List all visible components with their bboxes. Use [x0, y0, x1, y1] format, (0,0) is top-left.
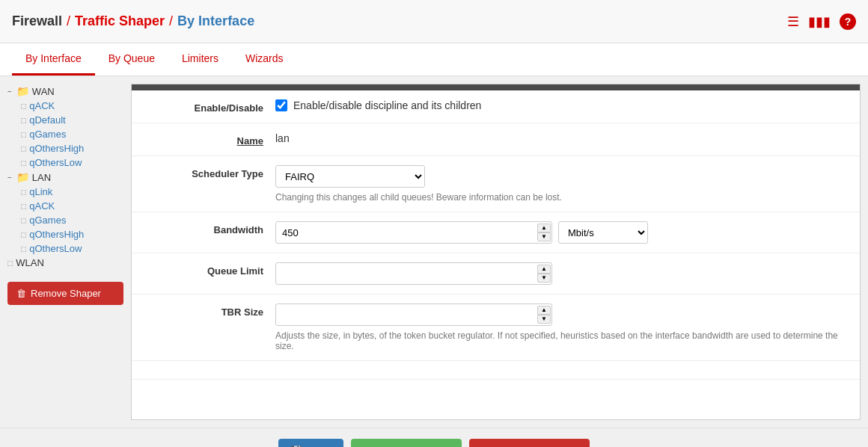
- tbr-decrement[interactable]: ▼: [537, 315, 551, 324]
- form-row-tbr: TBR Size ▲ ▼ Adjusts the size, in bytes,…: [132, 295, 860, 361]
- tab-by-queue[interactable]: By Queue: [95, 43, 168, 75]
- tree-item-qdefault-wan[interactable]: □ qDefault: [21, 113, 123, 127]
- queue-limit-spinner: ▲ ▼: [275, 262, 552, 285]
- scheduler-row: FAIRQ HFSC PRIQ CBQ: [275, 165, 848, 188]
- tbr-increment[interactable]: ▲: [537, 306, 551, 315]
- tree-qothershigh-wan-label: qOthersHigh: [29, 143, 84, 154]
- name-label: Name: [144, 132, 263, 147]
- file-icon-wlan: □: [7, 258, 13, 268]
- tree-item-lan-group: − 📁 LAN □ qLink □ qACK □ qGames: [7, 170, 123, 256]
- tree-lan-children: □ qLink □ qACK □ qGames □ qOthersHigh: [7, 185, 123, 256]
- enable-checkbox-row: Enable/disable discipline and its childr…: [275, 99, 848, 111]
- chart-icon[interactable]: ▮▮▮: [808, 13, 831, 30]
- tree-qotherslow-wan-label: qOthersLow: [29, 157, 82, 168]
- tree-toggle-wan[interactable]: −: [7, 87, 12, 96]
- bandwidth-row: ▲ ▼ Bit/s Kbit/s Mbit/s Gbit/s: [275, 221, 848, 244]
- tbr-input[interactable]: [275, 303, 552, 326]
- tab-bar: By Interface By Queue Limiters Wizards: [0, 43, 868, 76]
- file-icon: □: [21, 244, 26, 254]
- form-body: Enable/Disable Enable/disable discipline…: [132, 90, 860, 380]
- tree-item-qgames-lan[interactable]: □ qGames: [21, 213, 123, 227]
- file-icon: □: [21, 129, 26, 140]
- tab-limiters[interactable]: Limiters: [168, 43, 232, 75]
- file-icon: □: [21, 201, 26, 212]
- save-button[interactable]: 💾 Save: [278, 439, 343, 447]
- queue-limit-spinner-btns: ▲ ▼: [537, 265, 551, 283]
- name-value: lan: [275, 132, 848, 144]
- remove-shaper-button[interactable]: 🗑 Remove Shaper: [7, 282, 123, 305]
- tree-qlink-lan-label: qLink: [29, 186, 52, 197]
- file-icon: □: [21, 229, 26, 240]
- tree-item-qotherslow-lan[interactable]: □ qOthersLow: [21, 241, 123, 256]
- tree-wan-label: WAN: [32, 86, 55, 97]
- tree-item-wan[interactable]: − 📁 WAN: [7, 84, 123, 99]
- file-icon: □: [21, 115, 26, 126]
- form-header-bar: [132, 84, 860, 90]
- breadcrumb-by-interface[interactable]: By Interface: [177, 13, 254, 29]
- bandwidth-label: Bandwidth: [144, 221, 263, 235]
- bandwidth-controls: ▲ ▼ Bit/s Kbit/s Mbit/s Gbit/s: [275, 221, 848, 244]
- tree-item-qothershigh-wan[interactable]: □ qOthersHigh: [21, 141, 123, 155]
- tree-item-lan[interactable]: − 📁 LAN: [7, 170, 123, 185]
- tbr-label: TBR Size: [144, 303, 263, 318]
- breadcrumb-traffic-shaper[interactable]: Traffic Shaper: [75, 13, 165, 29]
- tree-item-qack-lan[interactable]: □ qACK: [21, 199, 123, 213]
- queue-limit-label: Queue Limit: [144, 262, 263, 277]
- file-icon: □: [21, 187, 26, 197]
- bandwidth-input[interactable]: [275, 221, 552, 244]
- bandwidth-decrement[interactable]: ▼: [537, 232, 551, 241]
- enable-label: Enable/Disable: [144, 99, 263, 114]
- form-row-scheduler: Scheduler Type FAIRQ HFSC PRIQ CBQ Chang…: [132, 156, 860, 212]
- form-spacer-row: [132, 361, 860, 380]
- tbr-spinner-btns: ▲ ▼: [537, 306, 551, 324]
- bandwidth-increment[interactable]: ▲: [537, 223, 551, 232]
- tab-wizards[interactable]: Wizards: [232, 43, 297, 75]
- tree-lan-label: LAN: [32, 172, 51, 183]
- queue-limit-increment[interactable]: ▲: [537, 265, 551, 274]
- tree-item-wan-group: − 📁 WAN □ qACK □ qDefault □ qGames: [7, 84, 123, 170]
- tree-item-qgames-wan[interactable]: □ qGames: [21, 127, 123, 141]
- bandwidth-spinner-btns: ▲ ▼: [537, 223, 551, 241]
- scheduler-select[interactable]: FAIRQ HFSC PRIQ CBQ: [275, 165, 425, 188]
- delete-queue-button[interactable]: 🗑 Delete this queue: [469, 439, 590, 447]
- tree-qotherslow-lan-label: qOthersLow: [29, 243, 82, 254]
- tree-item-qlink-lan[interactable]: □ qLink: [21, 185, 123, 199]
- tree-toggle-lan[interactable]: −: [7, 173, 12, 182]
- bandwidth-spinner: ▲ ▼: [275, 221, 552, 244]
- tree-wlan-label: WLAN: [16, 257, 44, 268]
- help-icon[interactable]: ?: [840, 13, 856, 30]
- scheduler-controls: FAIRQ HFSC PRIQ CBQ Changing this change…: [275, 165, 848, 203]
- breadcrumb-sep1: /: [67, 13, 70, 29]
- tree-qothershigh-lan-label: qOthersHigh: [29, 229, 84, 240]
- main-content: − 📁 WAN □ qACK □ qDefault □ qGames: [0, 76, 868, 428]
- queue-limit-row: ▲ ▼: [275, 262, 848, 285]
- tree-qgames-lan-label: qGames: [29, 215, 66, 226]
- tree-wan-children: □ qACK □ qDefault □ qGames □ qOthersHigh: [7, 99, 123, 170]
- settings-icon[interactable]: ☰: [787, 13, 799, 30]
- tree-item-wlan[interactable]: □ WLAN: [7, 256, 123, 270]
- folder-icon-wan: 📁: [16, 85, 29, 97]
- folder-icon-lan: 📁: [16, 171, 29, 183]
- file-icon: □: [21, 144, 26, 154]
- queue-limit-input[interactable]: [275, 262, 552, 285]
- trash-icon: 🗑: [16, 288, 26, 299]
- bandwidth-unit-select[interactable]: Bit/s Kbit/s Mbit/s Gbit/s: [558, 221, 648, 244]
- tree-item-qotherslow-wan[interactable]: □ qOthersLow: [21, 155, 123, 170]
- tree: − 📁 WAN □ qACK □ qDefault □ qGames: [7, 84, 123, 270]
- tree-qack-lan-label: qACK: [29, 200, 55, 212]
- tbr-row: ▲ ▼: [275, 303, 848, 326]
- form-row-queue-limit: Queue Limit ▲ ▼: [132, 253, 860, 295]
- file-icon: □: [21, 158, 26, 168]
- tab-by-interface[interactable]: By Interface: [12, 43, 95, 75]
- name-controls: lan: [275, 132, 848, 144]
- tree-item-qothershigh-lan[interactable]: □ qOthersHigh: [21, 227, 123, 241]
- scheduler-label: Scheduler Type: [144, 165, 263, 179]
- tbr-help: Adjusts the size, in bytes, of the token…: [275, 330, 848, 351]
- footer: 💾 Save + Add new Queue 🗑 Delete this que…: [0, 428, 868, 447]
- queue-limit-decrement[interactable]: ▼: [537, 274, 551, 283]
- form-row-name: Name lan: [132, 123, 860, 156]
- add-queue-button[interactable]: + Add new Queue: [351, 439, 462, 447]
- enable-checkbox[interactable]: [275, 99, 287, 111]
- form-row-bandwidth: Bandwidth ▲ ▼ Bit/s Kbit/s: [132, 212, 860, 253]
- tree-item-qack-wan[interactable]: □ qACK: [21, 99, 123, 113]
